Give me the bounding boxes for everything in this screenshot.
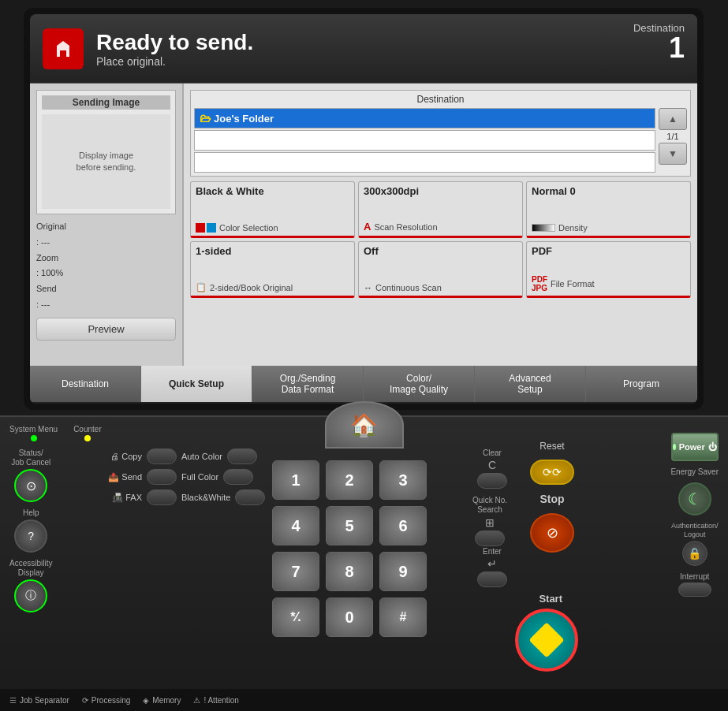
help-button[interactable]: ? (14, 519, 47, 553)
density-button[interactable]: Normal 0 Density (526, 181, 691, 238)
full-color-button[interactable] (223, 469, 253, 485)
bw-label: Black&White (181, 493, 230, 502)
destination-item-active[interactable]: 🗁 Joe's Folder (194, 108, 655, 128)
tab-destination[interactable]: Destination (30, 366, 141, 402)
cont-scan-icon: ↔ (364, 283, 372, 292)
destination-item-3[interactable] (194, 152, 655, 173)
screen-bezel: Ready to send. Place original. Destinati… (24, 8, 704, 410)
sending-image-preview: Display image before sending. (42, 114, 170, 209)
power-area: Power ⏻ Energy Saver ☾ Authentication/Lo… (670, 433, 719, 597)
power-indicator (673, 444, 676, 450)
header-text: Ready to send. Place original. (96, 30, 253, 68)
file-format-button[interactable]: PDF PDFJPG File Format (526, 241, 691, 298)
density-label: Density (558, 223, 588, 233)
settings-grid: Black & White Color Selection 300x300dpi (190, 181, 691, 298)
num-3-button[interactable]: 3 (379, 460, 427, 500)
tab-program[interactable]: Program (586, 366, 697, 402)
num-0-button[interactable]: 0 (326, 597, 373, 637)
copy-button[interactable] (147, 449, 177, 464)
interrupt-button[interactable] (678, 583, 711, 597)
interrupt-group: Interrupt (678, 572, 711, 597)
left-panel: Sending Image Display image before sendi… (30, 84, 184, 366)
num-hash-button[interactable]: # (379, 597, 427, 637)
enter-button[interactable] (477, 571, 507, 587)
tab-org-sending[interactable]: Org./Sending Data Format (252, 366, 364, 402)
home-button[interactable]: 🏠 (325, 401, 404, 449)
num-1-button[interactable]: 1 (272, 460, 319, 500)
scan-res-icon: A (364, 221, 371, 233)
num-2-button[interactable]: 2 (326, 460, 373, 500)
continuous-scan-button[interactable]: Off ↔ Continuous Scan (358, 241, 523, 298)
system-menu-led (31, 435, 37, 441)
send-button[interactable] (147, 469, 177, 485)
num-asterisk-button[interactable]: *⁄. (272, 597, 319, 637)
original-value: : --- (36, 235, 176, 251)
status-job-cancel-button[interactable]: ⊙ (14, 469, 47, 502)
tab-bar: Destination Quick Setup Org./Sending Dat… (30, 366, 697, 402)
zoom-value: : 100% (36, 266, 176, 281)
power-button[interactable]: Power ⏻ (671, 433, 719, 461)
tab-color-image[interactable]: Color/ Image Quality (364, 366, 475, 402)
scan-resolution-button[interactable]: 300x300dpi A Scan Resolution (358, 181, 523, 238)
auth-logout-button[interactable]: 🔒 (682, 541, 707, 566)
tab-advanced-setup-label: Advanced Setup (509, 373, 551, 396)
color-selection-sub: Color Selection (196, 223, 278, 233)
num-8-button[interactable]: 8 (326, 552, 373, 591)
home-icon: 🏠 (350, 412, 378, 438)
color-selection-label: Color Selection (219, 223, 278, 233)
num-6-button[interactable]: 6 (379, 506, 427, 545)
tab-destination-label: Destination (62, 378, 109, 389)
num-4-button[interactable]: 4 (272, 506, 319, 545)
processing-item: ⟳ Processing (82, 696, 130, 705)
sided-value: 1-sided (196, 245, 232, 257)
stop-icon: ⊘ (547, 524, 558, 542)
help-label: Help (23, 508, 39, 518)
color-selection-button[interactable]: Black & White Color Selection (190, 181, 355, 238)
enter-area: Enter ↵ (477, 547, 507, 587)
doc-info: Original : --- Zoom : 100% Send : --- (36, 219, 176, 313)
file-format-value: PDF (532, 245, 552, 257)
start-button[interactable] (515, 609, 578, 672)
quick-search-button[interactable] (475, 530, 505, 546)
job-separator-icon: ☰ (9, 696, 17, 705)
send-svg-icon (50, 36, 76, 61)
left-controls: Status/ Job Cancel ⊙ Help ? Accessibilit… (9, 449, 52, 612)
destination-item-2[interactable] (194, 130, 655, 151)
place-original-subtitle: Place original. (96, 55, 253, 68)
density-value: Normal 0 (532, 185, 576, 197)
nav-down-button[interactable]: ▼ (659, 143, 687, 165)
num-9-button[interactable]: 9 (379, 552, 427, 591)
page-indicator: 1/1 (666, 132, 678, 141)
sided-label: 2-sided/Book Original (210, 283, 293, 292)
header-destination: Destination 1 (633, 22, 685, 62)
send-row: 📤 Send Full Color (103, 469, 265, 485)
reset-button[interactable]: ⟳⟳ (530, 460, 574, 485)
destination-nav: ▲ 1/1 ▼ (659, 108, 687, 173)
screen-inner: Ready to send. Place original. Destinati… (30, 14, 697, 404)
num-5-button[interactable]: 5 (326, 506, 373, 545)
accessibility-button[interactable]: ⓘ (14, 579, 47, 612)
sided-button[interactable]: 1-sided 📋 2-sided/Book Original (190, 241, 355, 298)
tab-advanced-setup[interactable]: Advanced Setup (475, 366, 586, 402)
send-info: Send : --- (36, 281, 176, 313)
enter-label: Enter (483, 547, 502, 556)
accessibility-group: Accessibility Display ⓘ (9, 559, 52, 612)
reset-icon: ⟳⟳ (543, 466, 562, 478)
nav-up-button[interactable]: ▲ (659, 108, 687, 130)
auto-color-button[interactable] (227, 449, 257, 464)
destination-section: Destination 🗁 Joe's Folder ▲ (190, 90, 691, 177)
fax-row: 📠 FAX Black&White (103, 490, 265, 505)
num-7-button[interactable]: 7 (272, 552, 319, 591)
clear-button[interactable] (477, 473, 507, 489)
power-label: Power (679, 442, 705, 452)
fax-button[interactable] (147, 490, 177, 505)
sending-image-box: Sending Image Display image before sendi… (36, 90, 176, 214)
tab-quick-setup[interactable]: Quick Setup (141, 366, 252, 402)
stop-button[interactable]: ⊘ (530, 513, 574, 553)
control-panel: 🏠 System Menu Counter Status/ Job Cancel… (0, 415, 728, 711)
bw-button[interactable] (235, 490, 265, 505)
enter-symbol: ↵ (487, 557, 497, 570)
preview-button[interactable]: Preview (36, 318, 176, 341)
energy-saver-label: Energy Saver (670, 467, 719, 476)
energy-saver-button[interactable]: ☾ (678, 482, 711, 516)
